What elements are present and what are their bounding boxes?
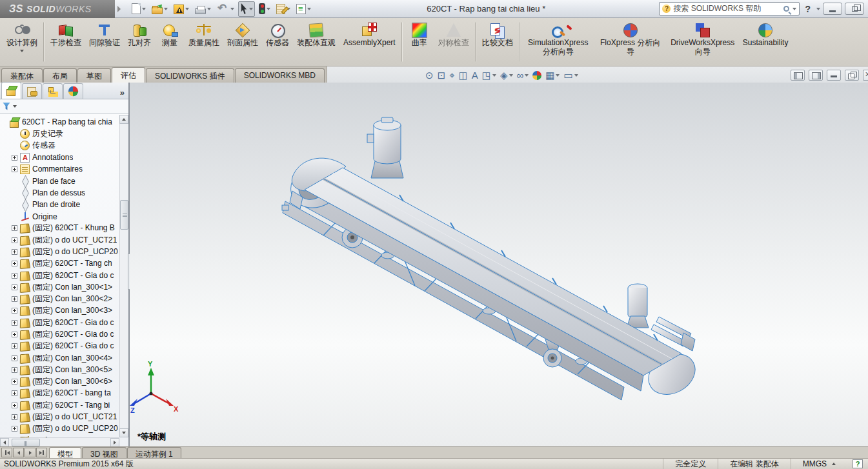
tree-item[interactable]: (固定) Con lan_300<1> (0, 281, 119, 293)
view-toolbar-button[interactable]: ● (531, 70, 543, 81)
view-toolbar-button[interactable]: ⌖ (448, 69, 456, 81)
chevron-down-icon[interactable] (230, 8, 234, 10)
collapse-right-pane-icon[interactable] (809, 70, 823, 81)
tree-item[interactable]: (固定) Con lan_300<6> (0, 376, 119, 388)
quick-toolbar-button[interactable] (172, 1, 191, 17)
scroll-left-icon[interactable] (0, 438, 9, 447)
chevron-down-icon[interactable] (509, 74, 513, 77)
ribbon-tab[interactable]: 评估 (112, 67, 145, 83)
tree-item[interactable]: Plan de droite (0, 199, 119, 210)
scroll-up-icon[interactable] (119, 115, 128, 124)
quick-toolbar-button[interactable] (257, 1, 272, 17)
tree-item[interactable]: (固定) Con lan_300<4> (0, 352, 119, 364)
ribbon-button[interactable] (475, 22, 476, 62)
chevron-down-icon[interactable] (492, 74, 496, 77)
tree-item[interactable]: (固定) 620CT - Gia do c (0, 341, 119, 352)
expand-plus-icon[interactable] (12, 308, 17, 314)
next-tab-icon[interactable] (25, 448, 35, 457)
quick-toolbar-button[interactable] (274, 1, 292, 17)
view-toolbar-button[interactable]: ◳ (481, 69, 498, 81)
status-help-icon[interactable]: ? (853, 459, 863, 468)
tree-item[interactable]: (固定) o do UCP_UCP20 (0, 423, 119, 435)
ribbon-tab[interactable]: 草图 (77, 68, 111, 83)
expand-plus-icon[interactable] (12, 284, 17, 290)
chevron-down-icon[interactable] (816, 8, 820, 10)
view-toolbar-button[interactable]: ◫ (458, 69, 469, 81)
chevron-down-icon[interactable] (142, 8, 146, 10)
expand-plus-icon[interactable] (12, 296, 17, 302)
chevron-down-icon[interactable] (556, 74, 560, 77)
ribbon-button[interactable]: 干涉检查 (46, 19, 85, 65)
chevron-down-icon[interactable] (792, 8, 796, 10)
ribbon-button[interactable]: 对称检查 (434, 19, 473, 65)
view-toolbar-button[interactable]: ∞ (516, 69, 530, 81)
ribbon-button[interactable]: DriveWorksXpress 向导 (667, 19, 739, 65)
help-icon[interactable]: ? (805, 4, 811, 14)
expand-plus-icon[interactable] (12, 426, 17, 432)
chevron-down-icon[interactable] (525, 74, 529, 77)
tab-propertymanager[interactable] (22, 83, 42, 99)
scrollbar-thumb[interactable] (120, 200, 128, 230)
ribbon-button[interactable] (519, 22, 520, 62)
quick-toolbar-button[interactable] (238, 1, 255, 17)
view-toolbar-button[interactable]: ▭ (562, 69, 579, 81)
tree-item[interactable]: Plan de face (0, 175, 119, 186)
expand-plus-icon[interactable] (12, 403, 17, 408)
tab-configurationmanager[interactable] (43, 83, 63, 99)
tree-vertical-scrollbar[interactable] (119, 115, 128, 437)
tab-displaymanager[interactable] (63, 83, 83, 99)
tree-item[interactable]: (固定) 620CT - Gia do c (0, 328, 119, 340)
ribbon-button[interactable]: 质量属性 (185, 19, 223, 65)
expand-plus-icon[interactable] (12, 225, 17, 231)
quick-toolbar-button[interactable] (150, 1, 170, 17)
doc-minimize-icon[interactable] (827, 70, 841, 81)
search-icon[interactable] (783, 6, 789, 12)
tree-item[interactable]: (固定) 620CT - Gia do c (0, 270, 119, 281)
expand-plus-icon[interactable] (12, 249, 17, 255)
tree-item[interactable]: Annotations (0, 152, 119, 163)
tree-filter[interactable] (0, 99, 128, 114)
scroll-right-icon[interactable] (110, 438, 119, 447)
quick-toolbar-button[interactable] (294, 1, 313, 17)
view-toolbar-button[interactable]: ▦ (544, 69, 561, 81)
ribbon-button[interactable]: 剖面属性 (223, 19, 262, 65)
first-tab-icon[interactable] (1, 448, 12, 457)
expand-plus-icon[interactable] (12, 261, 17, 266)
expand-plus-icon[interactable] (12, 237, 17, 243)
tree-item[interactable]: Origine (0, 210, 119, 222)
ribbon-button[interactable]: 传感器 (262, 19, 293, 65)
ribbon-button[interactable]: AssemblyXpert (339, 19, 399, 65)
chevron-down-icon[interactable] (267, 8, 270, 10)
view-toolbar-button[interactable]: ⊙ (424, 69, 435, 81)
search-box[interactable]: ? 搜索 SOLIDWORKS 帮助 (659, 2, 800, 15)
ribbon-button[interactable]: 间隙验证 (85, 19, 124, 65)
tree-item[interactable]: (固定) o do UCT_UCT21 (0, 234, 119, 246)
chevron-down-icon[interactable] (164, 8, 168, 10)
ribbon-button[interactable]: 设计算例 (3, 19, 41, 65)
restore-button[interactable] (845, 3, 864, 15)
document-tab[interactable]: 运动算例 1 (127, 447, 181, 458)
tree-item[interactable]: 历史记录 (0, 128, 119, 139)
view-toolbar-button[interactable]: ◈ (499, 69, 514, 81)
expand-plus-icon[interactable] (12, 320, 17, 326)
expand-plus-icon[interactable] (12, 379, 17, 384)
expand-plus-icon[interactable] (12, 367, 17, 373)
quick-toolbar-button[interactable] (215, 1, 236, 17)
panel-tabs-overflow[interactable]: » (117, 88, 127, 99)
expand-plus-icon[interactable] (12, 390, 17, 396)
ribbon-button[interactable]: Sustainability (739, 19, 792, 65)
expand-plus-icon[interactable] (12, 155, 17, 161)
tree-item[interactable]: Plan de dessus (0, 187, 119, 199)
ribbon-button[interactable] (401, 22, 403, 62)
expand-plus-icon[interactable] (12, 343, 17, 349)
tree-item[interactable]: (固定) Con lan_300<2> (0, 293, 119, 304)
toolbar-expand-arrow-icon[interactable] (117, 6, 121, 12)
ribbon-tab[interactable]: SOLIDWORKS 插件 (146, 68, 234, 83)
document-tab[interactable]: 模型 (49, 447, 81, 458)
search-input[interactable]: 搜索 SOLIDWORKS 帮助 (673, 3, 783, 14)
minimize-button[interactable] (823, 3, 842, 15)
ribbon-tab[interactable]: 布局 (43, 68, 77, 83)
ribbon-button[interactable]: 孔对齐 (124, 19, 155, 65)
collapse-left-pane-icon[interactable] (791, 70, 805, 81)
quick-toolbar-button[interactable] (130, 1, 148, 17)
